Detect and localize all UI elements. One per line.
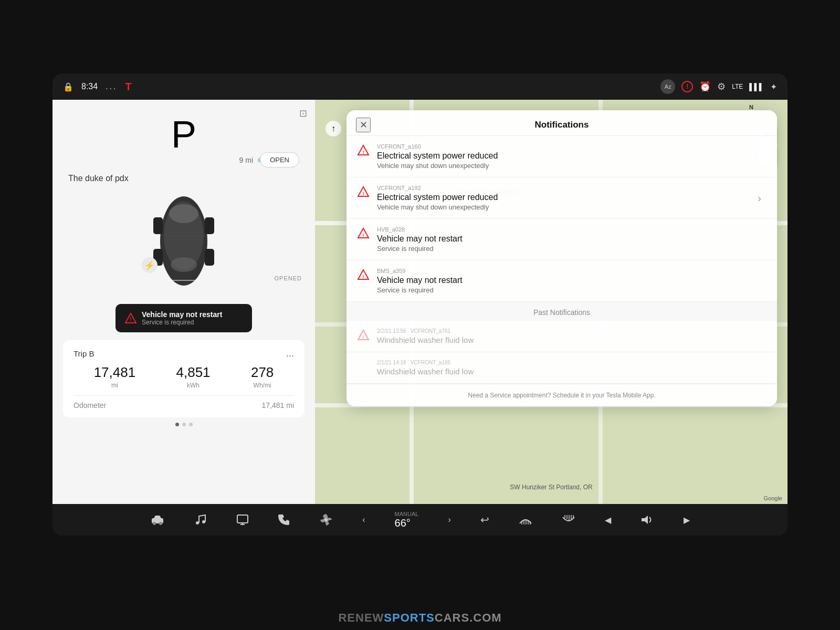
watermark-renew: RENEW — [338, 611, 384, 624]
open-button[interactable]: OPEN — [260, 152, 299, 167]
warning-triangle-icon: ! — [125, 312, 136, 324]
trip-stat-value-2: 278 — [251, 364, 274, 381]
notif-content-0: VCFRONT_a160 Electrical system power red… — [377, 143, 766, 170]
taskbar-vol-right-button[interactable]: ▶ — [679, 511, 694, 529]
alarm-icon[interactable]: ⏰ — [699, 81, 711, 92]
warning-toast-container: ! Vehicle may not restart Service is req… — [63, 304, 304, 332]
trip-title: Trip B — [74, 349, 94, 358]
notification-item-0[interactable]: ! VCFRONT_a160 Electrical system power r… — [346, 136, 777, 177]
google-badge: Google — [764, 495, 782, 501]
close-notifications-button[interactable]: ✕ — [356, 118, 371, 132]
taskbar-volume-button[interactable] — [636, 510, 658, 530]
notif-title-3: Vehicle may not restart — [377, 276, 766, 285]
notif-sub-0: Vehicle may shut down unexpectedly — [377, 162, 766, 170]
trip-stat-value-0: 17,481 — [94, 364, 136, 381]
odometer-value: 17,481 mi — [262, 401, 294, 410]
notification-item-2[interactable]: ! HVB_a028 Vehicle may not restart Servi… — [346, 219, 777, 260]
settings-gear-icon[interactable]: ⚙ — [717, 81, 726, 92]
map-street-label: SW Hunziker St Portland, OR — [510, 484, 592, 491]
notifications-title: Notifications — [535, 120, 589, 130]
notif-sub-1: Vehicle may shut down unexpectedly — [377, 203, 745, 211]
energy-icon: ⊡ — [299, 108, 307, 119]
taskbar-fan-button[interactable] — [315, 509, 337, 531]
trip-stat-value-1: 4,851 — [176, 364, 211, 381]
left-panel: ⊡ P 9 mi ❄ The duke of pdx OPEN — [52, 100, 315, 504]
svg-text:!: ! — [363, 334, 364, 340]
range-value: 9 mi — [239, 156, 253, 164]
svg-point-17 — [153, 522, 156, 525]
taskbar-temp-right-arrow[interactable]: › — [444, 511, 455, 529]
alert-icon[interactable]: ! — [681, 81, 693, 92]
music-icon — [194, 513, 207, 526]
warning-icon-0: ! — [357, 144, 370, 157]
trip-stat-2: 278 Wh/mi — [251, 364, 274, 389]
bluetooth-icon[interactable]: ✦ — [770, 82, 777, 92]
phone-icon — [278, 513, 290, 526]
taskbar: ‹ MANUAL 66° › ↩ — [52, 504, 788, 536]
temp-value: 66° — [395, 517, 419, 529]
svg-text:!: ! — [363, 191, 364, 196]
trip-header: Trip B ... — [74, 348, 294, 359]
notifications-header: ✕ Notifications — [346, 110, 777, 136]
taskbar-defrost-rear-button[interactable] — [558, 510, 580, 530]
notif-code-0: VCFRONT_a160 — [377, 143, 766, 150]
notif-code-3: BMS_a359 — [377, 268, 766, 274]
past-notif-content-0: 2/2/21 13:56 VCFRONT_a761 Windshield was… — [377, 328, 766, 344]
menu-dots[interactable]: ... — [106, 82, 117, 91]
svg-rect-7 — [205, 249, 214, 266]
past-notif-title-1: Windshield washer fluid low — [377, 367, 766, 376]
tesla-brand-icon: T — [125, 81, 131, 93]
trip-stat-unit-1: kWh — [176, 382, 211, 389]
notif-title-2: Vehicle may not restart — [377, 234, 766, 244]
taskbar-screen-button[interactable] — [232, 509, 253, 530]
taskbar-phone-button[interactable] — [274, 509, 294, 530]
dot-3 — [189, 423, 193, 426]
warning-title: Vehicle may not restart — [142, 310, 222, 319]
car-svg — [142, 183, 226, 299]
trip-stat-unit-0: mi — [94, 382, 136, 389]
notif-content-1: VCFRONT_a192 Electrical system power red… — [377, 185, 745, 211]
notif-code-1: VCFRONT_a192 — [377, 185, 745, 191]
user-avatar[interactable]: Az — [660, 79, 675, 94]
watermark-sports: SPORTS — [384, 611, 434, 624]
temp-label: MANUAL — [395, 511, 419, 517]
warning-icon-3: ! — [357, 269, 370, 281]
opened-label: OPENED — [275, 273, 302, 282]
trip-stat-0: 17,481 mi — [94, 364, 136, 389]
notification-item-1[interactable]: ! VCFRONT_a192 Electrical system power r… — [346, 177, 777, 219]
tesla-screen: 🔒 8:34 ... T Az ! ⏰ ⚙ LTE ▌▌▌ ✦ ⊡ P 9 m — [52, 74, 788, 536]
notif-code-2: HVB_a028 — [377, 226, 766, 233]
taskbar-car-button[interactable] — [146, 510, 169, 530]
svg-point-18 — [159, 522, 162, 525]
notif-sub-2: Service is required — [377, 245, 766, 253]
charging-icon[interactable]: ⚡ — [142, 257, 158, 273]
svg-point-2 — [169, 204, 198, 223]
chevron-right-icon-1[interactable]: › — [752, 187, 766, 209]
notification-item-3[interactable]: ! BMS_a359 Vehicle may not restart Servi… — [346, 260, 777, 302]
svg-text:!: ! — [363, 233, 364, 238]
taskbar-temp-left-arrow[interactable]: ‹ — [358, 511, 369, 529]
pagination-dots — [63, 423, 304, 426]
warning-icon-1: ! — [357, 186, 370, 198]
svg-rect-5 — [205, 217, 214, 234]
dot-2 — [182, 423, 186, 426]
taskbar-defrost-front-button[interactable] — [514, 510, 537, 530]
service-footer: Need a Service appointment? Schedule it … — [346, 384, 777, 406]
taskbar-music-button[interactable] — [190, 509, 211, 530]
past-notifications-header: Past Notifications — [346, 302, 777, 321]
notif-title-1: Electrical system power reduced — [377, 193, 745, 202]
odometer-row: Odometer 17,481 mi — [74, 395, 294, 410]
notif-sub-3: Service is required — [377, 286, 766, 294]
trip-stat-unit-2: Wh/mi — [251, 382, 274, 389]
taskbar-wiper-button[interactable]: ↩ — [476, 509, 494, 530]
past-notif-content-1: 2/1/21 14:16 VCFRONT_a165 Windshield was… — [377, 360, 766, 376]
taskbar-vol-left-button[interactable]: ◀ — [601, 511, 615, 529]
rear-defrost-icon — [562, 514, 575, 526]
trip-more-button[interactable]: ... — [286, 348, 294, 359]
svg-rect-4 — [153, 217, 163, 234]
car-image-container — [131, 188, 236, 293]
svg-text:!: ! — [130, 317, 131, 322]
nav-arrow-button[interactable]: ↑ — [326, 121, 341, 136]
lte-indicator: LTE — [732, 83, 743, 90]
past-notif-code-0: 2/2/21 13:56 VCFRONT_a761 — [377, 328, 766, 334]
